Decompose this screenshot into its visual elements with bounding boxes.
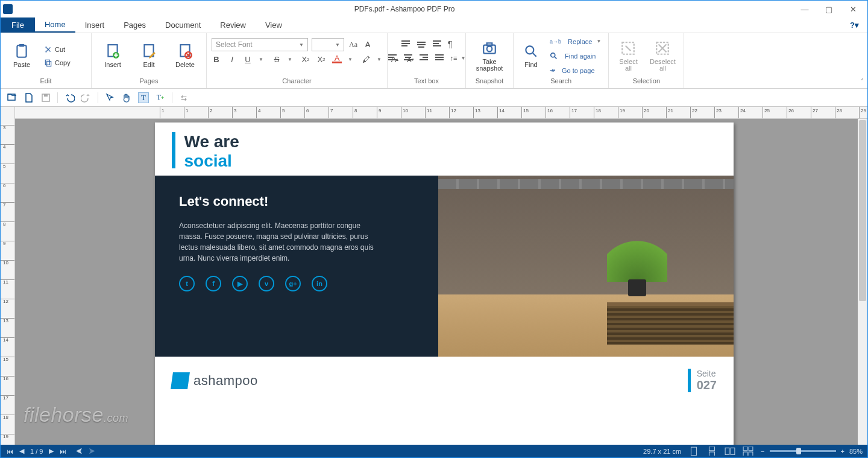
svg-rect-18 — [433, 45, 441, 46]
save-icon[interactable] — [40, 92, 51, 103]
window-title: PDFs.pdf - Ashampoo PDF Pro — [16, 5, 793, 13]
tab-document[interactable]: Document — [156, 17, 210, 33]
zoom-knob[interactable] — [796, 448, 801, 454]
hand-icon[interactable] — [121, 92, 132, 103]
file-menu[interactable]: File — [1, 17, 35, 33]
align-center-icon[interactable] — [403, 54, 413, 62]
zoom-slider[interactable] — [770, 450, 836, 452]
font-size-select[interactable]: ▼ — [312, 38, 344, 51]
watermark-tld: .com — [104, 412, 128, 424]
align-bot-icon[interactable] — [432, 40, 442, 48]
svg-rect-43 — [709, 447, 715, 451]
find-button[interactable]: Find — [518, 36, 544, 77]
pointer-icon[interactable] — [104, 92, 115, 103]
find-again-button[interactable]: Find again — [547, 50, 603, 62]
align-mid-icon[interactable] — [417, 40, 426, 48]
more-tools-icon[interactable]: ⇆ — [178, 92, 189, 103]
zoom-in-button[interactable]: + — [841, 448, 844, 455]
redo-icon[interactable] — [81, 92, 92, 103]
align-right-icon[interactable] — [419, 54, 429, 62]
last-page-button[interactable]: ⏭ — [58, 448, 68, 455]
minimize-button[interactable]: — — [793, 2, 817, 16]
text-tool-icon[interactable]: T — [138, 92, 149, 103]
snapshot-button[interactable]: Take snapshot — [471, 36, 508, 77]
edit-page-button[interactable]: Edit — [133, 36, 165, 77]
app-window: PDFs.pdf - Ashampoo PDF Pro — ▢ ✕ File H… — [0, 0, 868, 458]
tab-view[interactable]: View — [256, 17, 292, 33]
font-color-button[interactable]: A — [332, 56, 342, 63]
add-text-icon[interactable]: T+ — [155, 92, 166, 103]
font-name-select[interactable]: Select Font▼ — [212, 38, 308, 51]
vertical-scrollbar[interactable] — [858, 119, 867, 445]
change-case-icon[interactable]: Aa — [348, 39, 359, 50]
strike-button[interactable]: S — [272, 55, 281, 64]
view-two-icon[interactable] — [725, 447, 735, 456]
cut-button[interactable]: Cut — [42, 43, 86, 56]
pdf-page[interactable]: We are social Let's connect! Aconsectetu… — [155, 122, 734, 445]
clear-format-icon[interactable]: A̶ — [362, 39, 373, 50]
back-nav-button[interactable]: ⮜ — [75, 448, 84, 455]
line-spacing-icon[interactable]: ↕≡ — [450, 54, 458, 62]
tab-review[interactable]: Review — [210, 17, 256, 33]
chevron-down-icon: ▼ — [285, 57, 295, 62]
brand-mark-icon — [171, 372, 190, 389]
tab-home[interactable]: Home — [35, 17, 75, 33]
align-top-icon[interactable] — [401, 40, 410, 48]
replace-label: Replace — [568, 38, 592, 45]
highlight-button[interactable]: 🖍 — [361, 55, 371, 64]
align-justify-icon[interactable] — [435, 54, 444, 62]
deselect-all-button[interactable]: Deselect all — [646, 36, 679, 77]
zoom-out-button[interactable]: − — [761, 448, 764, 455]
insert-page-button[interactable]: Insert — [96, 36, 129, 77]
copy-label: Copy — [55, 59, 71, 66]
watermark: filehorse.com — [24, 403, 128, 427]
undo-icon[interactable] — [64, 92, 75, 103]
font-placeholder: Select Font — [216, 40, 253, 49]
pilcrow-icon[interactable]: ¶ — [448, 39, 453, 49]
copy-button[interactable]: Copy — [42, 57, 86, 69]
insert-label: Insert — [104, 61, 121, 68]
doc-text-panel: Let's connect! Aconsectetuer adipiscing … — [155, 176, 438, 357]
italic-button[interactable]: I — [227, 55, 237, 64]
fwd-nav-button[interactable]: ⮞ — [87, 448, 96, 455]
select-all-button[interactable]: Select all — [614, 36, 643, 77]
svg-rect-29 — [435, 54, 444, 56]
open-icon[interactable] — [7, 92, 17, 103]
view-continuous-icon[interactable] — [706, 447, 717, 456]
titlebar: PDFs.pdf - Ashampoo PDF Pro — ▢ ✕ — [1, 1, 867, 17]
prev-page-button[interactable]: ◀ — [18, 447, 25, 455]
view-two-cont-icon[interactable] — [743, 447, 753, 456]
align-left-icon[interactable] — [388, 54, 397, 62]
paste-button[interactable]: Paste — [5, 36, 38, 77]
tab-insert[interactable]: Insert — [75, 17, 115, 33]
plant — [607, 224, 667, 296]
canvas[interactable]: We are social Let's connect! Aconsectetu… — [15, 119, 858, 445]
group-character-label: Character — [212, 77, 382, 87]
close-button[interactable]: ✕ — [841, 2, 865, 16]
bold-button[interactable]: B — [212, 55, 221, 64]
page-delete-icon — [177, 43, 193, 59]
watermark-name: filehorse — [24, 403, 104, 426]
svg-point-36 — [551, 52, 555, 57]
help-button[interactable]: ? ▾ — [841, 17, 867, 33]
file-icon[interactable] — [24, 92, 34, 103]
goto-page-button[interactable]: ↠ Go to page — [547, 65, 603, 77]
svg-rect-21 — [388, 57, 394, 58]
tab-pages[interactable]: Pages — [114, 17, 156, 33]
work-area: 3 4 5 6 7 8 9 10 11 12 13 14 15 16 17 18… — [1, 107, 867, 445]
replace-button[interactable]: a→b Replace ▼ — [547, 36, 603, 48]
separator — [98, 92, 98, 103]
next-page-button[interactable]: ▶ — [48, 447, 55, 455]
underline-button[interactable]: U — [243, 55, 253, 64]
ribbon-collapse-button[interactable]: ˄ — [857, 33, 867, 88]
scrollbar-thumb[interactable] — [859, 120, 866, 301]
view-single-icon[interactable] — [688, 447, 699, 456]
svg-rect-25 — [404, 59, 412, 60]
delete-page-button[interactable]: Delete — [169, 36, 201, 77]
search-again-icon — [550, 52, 558, 60]
superscript-button[interactable]: X2 — [316, 55, 326, 64]
chevron-down-icon: ▼ — [345, 57, 355, 62]
subscript-button[interactable]: X2 — [301, 55, 310, 64]
first-page-button[interactable]: ⏮ — [5, 448, 14, 455]
maximize-button[interactable]: ▢ — [817, 2, 841, 16]
